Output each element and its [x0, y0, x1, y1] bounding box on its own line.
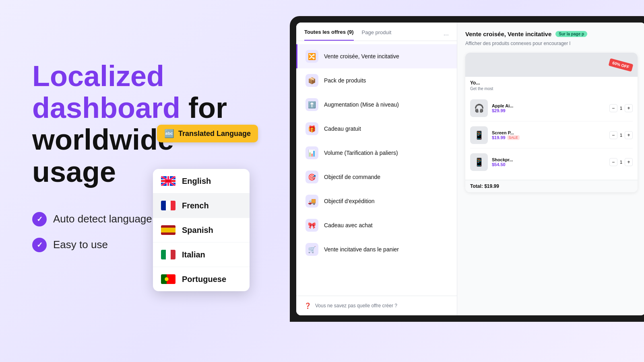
lang-label-french: French: [182, 201, 209, 210]
translated-language-badge: 🔤 Translated Language: [157, 125, 258, 142]
dashboard-footer: ❓ Vous ne savez pas quelle offre créer ?: [296, 296, 457, 315]
flag-fr: [161, 201, 175, 210]
lang-option-french[interactable]: French: [153, 193, 250, 218]
product-info: Screen P... $19.99 SALE: [492, 130, 605, 140]
check-icon-1: [32, 212, 47, 226]
qty-plus[interactable]: +: [625, 104, 633, 112]
lang-label-portuguese: Portuguese: [182, 275, 226, 284]
lang-label-italian: Italian: [182, 250, 205, 259]
language-dropdown[interactable]: English French Spanish: [153, 169, 250, 291]
item-label: Augmentation (Mise à niveau): [324, 101, 399, 108]
list-item[interactable]: 🎀 Cadeau avec achat: [296, 213, 457, 237]
item-label: Cadeau gratuit: [324, 125, 361, 132]
flag-es: [161, 225, 175, 235]
badge-label: Translated Language: [178, 130, 251, 138]
product-item: 📱 Shockpr... $54.50 − 1 +: [470, 153, 633, 175]
total-label: Total:: [470, 183, 483, 189]
lang-option-portuguese[interactable]: Portuguese: [153, 267, 250, 291]
monitor-area: Toutes les offres (9) Page produit ··· 🔀…: [266, 16, 644, 346]
svg-rect-7: [166, 250, 171, 259]
item-icon: 📦: [305, 74, 318, 87]
product-qty: − 1 +: [609, 131, 633, 139]
list-item[interactable]: 🔀 Vente croisée, Vente incitative: [296, 44, 457, 68]
product-item: 📱 Screen P... $19.99 SALE − 1: [470, 126, 633, 148]
list-item[interactable]: ⬆️ Augmentation (Mise à niveau): [296, 93, 457, 117]
qty-minus[interactable]: −: [609, 158, 617, 166]
flag-uk: [161, 176, 175, 186]
badge-icon: 🔤: [164, 129, 174, 138]
detail-title: Vente croisée, Vente incitative Sur la p…: [465, 31, 638, 37]
detail-subtitle: Afficher des produits connexes pour enco…: [465, 41, 638, 46]
product-image: 🎧: [470, 99, 488, 117]
product-name: Shockpr...: [492, 157, 605, 162]
tab-product-page[interactable]: Page produit: [362, 29, 392, 40]
qty-value: 1: [620, 160, 622, 165]
list-item[interactable]: 🚚 Objectif d'expédition: [296, 189, 457, 213]
tab-more[interactable]: ···: [444, 31, 449, 39]
check-icon-2: [32, 238, 47, 252]
list-item[interactable]: 📊 Volume (Tarification à paliers): [296, 141, 457, 165]
svg-rect-8: [171, 250, 175, 259]
item-icon: 🛒: [305, 243, 318, 256]
product-items: 🎧 Apple Ai... $29.99 − 1 +: [465, 95, 638, 180]
lang-label-spanish: Spanish: [182, 226, 213, 235]
product-card: 60% OFF Yo... Get the most 🎧 Apple Ai...…: [465, 53, 638, 192]
product-item: 🎧 Apple Ai... $29.99 − 1 +: [470, 99, 633, 121]
headline-dashboard: dashboard: [32, 92, 180, 124]
item-icon: 📊: [305, 146, 318, 159]
item-label: Volume (Tarification à paliers): [324, 150, 398, 156]
language-dropdown-area: 🔤 Translated Language English: [153, 145, 250, 291]
detail-panel: Vente croisée, Vente incitative Sur la p…: [457, 23, 644, 315]
discount-badge: 60% OFF: [609, 58, 634, 72]
qty-minus[interactable]: −: [609, 131, 617, 139]
svg-rect-1: [161, 201, 166, 210]
product-name: Screen P...: [492, 130, 605, 135]
svg-point-11: [165, 277, 169, 281]
flag-pt: [161, 274, 175, 284]
item-label: Objectif d'expédition: [324, 198, 375, 204]
monitor-screen: Toutes les offres (9) Page produit ··· 🔀…: [296, 23, 644, 315]
dashboard-panel: Toutes les offres (9) Page produit ··· 🔀…: [296, 23, 457, 315]
svg-rect-3: [171, 201, 175, 210]
svg-rect-2: [166, 201, 171, 210]
item-label: Cadeau avec achat: [324, 222, 373, 228]
product-name: Apple Ai...: [492, 103, 605, 108]
lang-option-english[interactable]: English: [153, 169, 250, 193]
list-item[interactable]: 🎯 Objectif de commande: [296, 165, 457, 189]
qty-plus[interactable]: +: [625, 131, 633, 139]
lang-option-spanish[interactable]: Spanish: [153, 218, 250, 243]
item-icon: 🎁: [305, 122, 318, 135]
qty-value: 1: [620, 133, 622, 138]
svg-rect-0: [161, 176, 175, 186]
product-price: $29.99: [492, 108, 605, 113]
product-card-header: 60% OFF: [465, 53, 638, 77]
detail-title-text: Vente croisée, Vente incitative: [465, 31, 551, 37]
item-icon: 🎯: [305, 171, 318, 183]
list-item[interactable]: 📦 Pack de produits: [296, 68, 457, 93]
headline-localized: Localized: [32, 60, 164, 92]
total-value: $19.99: [484, 183, 499, 189]
list-item[interactable]: 🛒 Vente incitative dans le panier: [296, 237, 457, 261]
sale-badge: SALE: [507, 135, 520, 140]
svg-rect-5: [161, 228, 175, 232]
tab-all-offers[interactable]: Toutes les offres (9): [304, 29, 354, 41]
item-label: Objectif de commande: [324, 174, 380, 180]
item-icon: 🔀: [305, 50, 318, 63]
product-info: Apple Ai... $29.99: [492, 103, 605, 113]
product-image: 📱: [470, 153, 488, 171]
svg-rect-6: [161, 250, 166, 259]
product-info: Shockpr... $54.50: [492, 157, 605, 167]
footer-text: Vous ne savez pas quelle offre créer ?: [315, 303, 397, 309]
list-item[interactable]: 🎁 Cadeau gratuit: [296, 117, 457, 141]
flag-it: [161, 250, 175, 259]
product-qty: − 1 +: [609, 104, 633, 112]
qty-plus[interactable]: +: [625, 158, 633, 166]
qty-value: 1: [620, 106, 622, 111]
lang-option-italian[interactable]: Italian: [153, 243, 250, 267]
product-price: $54.50: [492, 162, 605, 167]
dashboard-list: 🔀 Vente croisée, Vente incitative 📦 Pack…: [296, 41, 457, 296]
qty-minus[interactable]: −: [609, 104, 617, 112]
feature-text-2: Easy to use: [53, 239, 108, 251]
headline-for: for: [180, 92, 227, 124]
detail-badge: Sur la page p: [555, 31, 587, 37]
